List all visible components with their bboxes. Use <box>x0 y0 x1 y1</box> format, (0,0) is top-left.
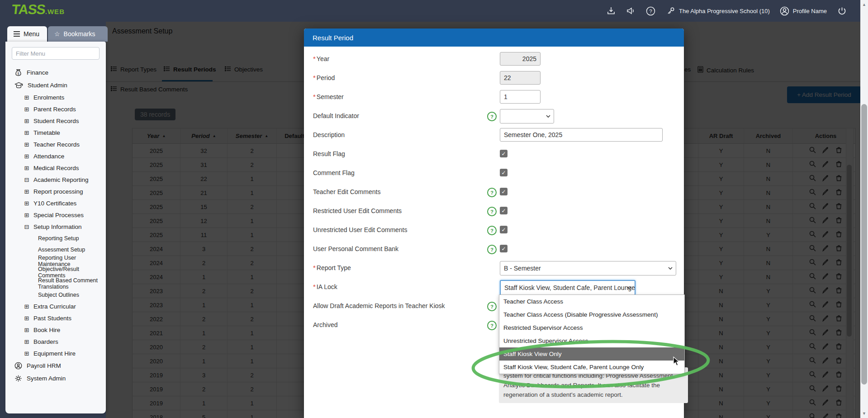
help-icon[interactable]: ? <box>487 207 497 216</box>
expand-icon[interactable]: ⊞ <box>24 338 30 345</box>
sidebar-item-medical-records[interactable]: ⊞Medical Records <box>5 162 106 174</box>
description-input[interactable] <box>500 128 663 142</box>
sidebar-item-finance[interactable]: $Finance <box>5 66 106 79</box>
sidebar-item-label: Academic Reporting <box>33 176 89 183</box>
sidebar-item-report-processing[interactable]: ⊞Report processing <box>5 185 106 197</box>
expand-icon[interactable]: ⊞ <box>24 129 30 136</box>
scroll-down-icon[interactable]: ▼ <box>860 410 868 417</box>
unrestricted-user-edit-comments-checkbox[interactable]: ✓ <box>500 226 508 233</box>
expand-icon[interactable]: ⊞ <box>24 188 30 195</box>
profile-menu[interactable]: Profile Name <box>780 6 827 16</box>
ia-lock-select[interactable]: Staff Kiosk View, Student Cafe, Parent L… <box>500 280 636 295</box>
expand-icon[interactable]: ⊞ <box>24 141 30 148</box>
required-asterisk: * <box>313 74 316 81</box>
field-row-user-personal-comment-bank: User Personal Comment Bank?✓ <box>304 242 684 256</box>
sidebar-item-enrolments[interactable]: ⊞Enrolments <box>5 91 106 103</box>
tass-logo[interactable]: TASS.WEB <box>12 2 65 17</box>
sidebar-item-assessment-setup[interactable]: Assessment Setup <box>5 244 106 255</box>
year-input[interactable] <box>500 52 541 66</box>
help-icon[interactable]: ? <box>487 321 497 330</box>
field-label: Unrestricted User Edit Comments <box>313 223 408 237</box>
sidebar-item-academic-reporting[interactable]: ⊟Academic Reporting <box>5 174 106 185</box>
result-flag-checkbox[interactable]: ✓ <box>500 150 508 157</box>
download-icon[interactable] <box>606 6 616 16</box>
help-icon[interactable]: ? <box>487 245 497 254</box>
sidebar-item-student-records[interactable]: ⊞Student Records <box>5 115 106 127</box>
sidebar-item-label: Extra Curricular <box>33 303 76 310</box>
help-icon[interactable]: ? <box>487 226 497 235</box>
dropdown-option-restricted-supervisor-access[interactable]: Restricted Supervisor Access <box>499 321 684 334</box>
gradcap-icon <box>14 81 23 89</box>
sidebar-item-parent-records[interactable]: ⊞Parent Records <box>5 103 106 115</box>
sidebar-item-y10-certificates[interactable]: ⊞Y10 Certificates <box>5 197 106 209</box>
expand-icon[interactable]: ⊞ <box>24 153 30 160</box>
scrollbar-thumb[interactable] <box>861 104 867 385</box>
expand-icon[interactable]: ⊞ <box>24 327 30 333</box>
sidebar-item-student-admin[interactable]: Student Admin <box>5 79 106 91</box>
label-text: IA Lock <box>317 283 337 290</box>
expand-icon[interactable]: ⊞ <box>24 315 30 322</box>
dropdown-option-teacher-class-access[interactable]: Teacher Class Access <box>499 295 684 308</box>
expand-icon[interactable]: ⊞ <box>24 303 30 310</box>
semester-input[interactable] <box>500 90 541 104</box>
scroll-up-icon[interactable]: ▲ <box>860 1 868 8</box>
teacher-edit-comments-checkbox[interactable]: ✓ <box>500 188 508 195</box>
megaphone-icon[interactable] <box>626 6 636 16</box>
sidebar-item-subject-outlines[interactable]: Subject Outlines <box>5 289 106 300</box>
expand-icon[interactable]: ⊞ <box>24 212 30 218</box>
sidebar-item-boarders[interactable]: ⊞Boarders <box>5 336 106 347</box>
sidebar-item-reporting-setup[interactable]: Reporting Setup <box>5 233 106 244</box>
sidebar-item-label: Objective/Result Comments <box>38 266 106 279</box>
period-input[interactable] <box>500 71 541 85</box>
school-switcher[interactable]: The Alpha Progressive School (10) <box>666 6 770 16</box>
browser-scrollbar[interactable]: ▲ ▼ <box>860 0 868 418</box>
report-type-select[interactable]: B - Semester <box>500 261 676 276</box>
sidebar-item-result-based-comment-translations[interactable]: Result Based Comment Translations <box>5 278 106 289</box>
sidebar-item-teacher-records[interactable]: ⊞Teacher Records <box>5 138 106 150</box>
expand-icon[interactable]: ⊞ <box>24 106 30 113</box>
expand-icon[interactable]: ⊞ <box>24 350 30 357</box>
filter-menu-input[interactable] <box>12 47 100 60</box>
sidebar-item-attendance[interactable]: ⊞Attendance <box>5 150 106 162</box>
sidebar-item-payroll-hrm[interactable]: Payroll HRM <box>5 359 106 372</box>
collapse-icon[interactable]: ⊟ <box>24 223 30 230</box>
restricted-user-edit-comments-checkbox[interactable]: ✓ <box>500 207 508 214</box>
expand-icon[interactable]: ⊞ <box>24 165 30 171</box>
sidebar-item-extra-curricular[interactable]: ⊞Extra Curricular <box>5 300 106 312</box>
help-icon[interactable]: ? <box>487 188 497 197</box>
dropdown-option-teacher-class-access-disable-progressive-assessment[interactable]: Teacher Class Access (Disable Progressiv… <box>499 308 684 321</box>
label-text: Unrestricted User Edit Comments <box>313 226 408 233</box>
sidebar-item-label: Setup Information <box>33 223 82 230</box>
sidebar-item-equipment-hire[interactable]: ⊞Equipment Hire <box>5 347 106 359</box>
expand-icon[interactable]: ⊞ <box>24 200 30 207</box>
sidebar-item-system-admin[interactable]: System Admin <box>5 372 106 385</box>
sidebar-item-setup-information[interactable]: ⊟Setup Information <box>5 221 106 233</box>
field-row-restricted-user-edit-comments: Restricted User Edit Comments?✓ <box>304 204 684 218</box>
dropdown-option-staff-kiosk-view-student-cafe-parent-lounge-only[interactable]: Staff Kiosk View, Student Cafe, Parent L… <box>499 361 684 374</box>
comment-flag-checkbox[interactable]: ✓ <box>500 169 508 176</box>
sidebar-item-timetable[interactable]: ⊞Timetable <box>5 127 106 138</box>
sidebar-item-objective-result-comments[interactable]: Objective/Result Comments <box>5 266 106 278</box>
expand-icon[interactable]: ⊞ <box>24 118 30 124</box>
help-icon[interactable]: ? <box>646 6 656 16</box>
sidebar-item-past-students[interactable]: ⊞Past Students <box>5 312 106 324</box>
default-indicator-select[interactable] <box>500 109 554 124</box>
sidebar-item-reporting-user-maintenance[interactable]: Reporting User Maintenance <box>5 255 106 266</box>
tab-bookmarks[interactable]: ☆ Bookmarks <box>48 26 108 42</box>
dropdown-option-staff-kiosk-view-only[interactable]: Staff Kiosk View Only <box>499 347 684 361</box>
dropdown-option-unrestricted-supervisor-access[interactable]: Unrestricted Supervisor Access <box>499 334 684 347</box>
selected-value: B - Semester <box>504 265 541 272</box>
sidebar-item-special-processes[interactable]: ⊞Special Processes <box>5 209 106 221</box>
user-personal-comment-bank-checkbox[interactable]: ✓ <box>500 245 508 252</box>
help-icon[interactable]: ? <box>487 112 497 121</box>
tab-menu[interactable]: Menu <box>7 26 47 42</box>
field-label: Comment Flag <box>313 166 355 180</box>
expand-icon[interactable]: ⊞ <box>24 94 30 101</box>
sidebar-item-book-hire[interactable]: ⊞Book Hire <box>5 324 106 336</box>
help-icon[interactable]: ? <box>487 302 497 311</box>
field-row-period: *Period <box>304 71 684 85</box>
collapse-icon[interactable]: ⊟ <box>24 176 30 183</box>
checkmark-icon: ✓ <box>501 189 506 195</box>
power-icon[interactable] <box>837 6 847 16</box>
svg-text:?: ? <box>650 8 652 14</box>
